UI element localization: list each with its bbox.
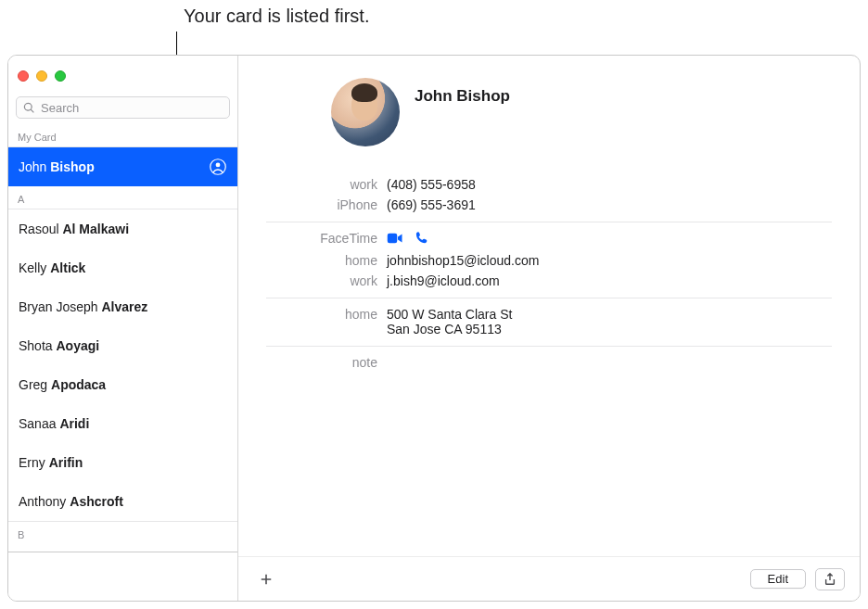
card-details: work (408) 555-6958 iPhone (669) 555-369… [238,156,860,373]
field-value[interactable]: (408) 555-6958 [387,177,476,192]
field-value[interactable]: johnbishop15@icloud.com [387,253,539,268]
close-window-button[interactable] [18,70,29,82]
sidebar: Search My Card John Bishop A Rasoul Al M… [8,56,238,601]
callout-text: Your card is listed first. [184,6,369,27]
search-icon [23,102,35,114]
search-input[interactable]: Search [16,96,230,119]
field-value[interactable]: (669) 555-3691 [387,197,476,212]
contact-name: Rasoul Al Malkawi [19,222,129,236]
right-buttons: Edit [750,568,845,590]
facetime-audio-icon[interactable] [415,231,428,247]
facetime-buttons [387,231,428,247]
field-row-work-phone: work (408) 555-6958 [266,174,832,195]
contact-name: Greg Apodaca [19,377,106,392]
contact-list: John Bishop A Rasoul Al Malkawi Kelly Al… [8,147,237,601]
my-card-row[interactable]: John Bishop [8,147,237,186]
field-label: FaceTime [266,231,387,247]
list-item[interactable]: Bryan Joseph Alvarez [8,287,237,326]
contact-name: Shota Aoyagi [19,338,99,353]
share-button[interactable] [815,568,845,590]
field-value[interactable]: j.bish9@icloud.com [387,273,500,288]
address-line-1: 500 W Santa Clara St [387,307,512,322]
list-item[interactable]: Greg Apodaca [8,365,237,404]
contacts-window: Search My Card John Bishop A Rasoul Al M… [7,55,861,602]
section-my-card: My Card [8,124,237,147]
address-line-2: San Jose CA 95113 [387,322,512,336]
field-row-note: note [266,352,832,373]
list-item[interactable]: Erny Arifin [8,443,237,482]
field-label: note [266,355,387,370]
svg-rect-2 [388,233,398,243]
list-item[interactable]: Shota Aoyagi [8,326,237,365]
contact-name: John Bishop [19,159,95,174]
contact-name: Kelly Altick [19,260,85,275]
avatar[interactable] [331,78,400,146]
card-title: John Bishop [415,78,510,106]
list-item[interactable]: Rasoul Al Malkawi [8,209,237,248]
contact-name: Anthony Ashcroft [19,494,123,509]
search-wrap: Search [8,96,237,124]
section-a: A [8,186,237,209]
edit-button[interactable]: Edit [750,569,806,589]
zoom-window-button[interactable] [55,70,66,82]
share-icon [823,573,836,586]
contact-name: Bryan Joseph Alvarez [19,299,147,314]
minimize-window-button[interactable] [36,70,47,82]
facetime-video-icon[interactable] [387,232,403,247]
field-row-work-email: work j.bish9@icloud.com [266,271,832,298]
field-row-home-email: home johnbishop15@icloud.com [266,250,832,271]
field-label: iPhone [266,197,387,212]
svg-point-1 [216,163,221,168]
plus-icon [260,573,273,586]
field-row-iphone: iPhone (669) 555-3691 [266,195,832,222]
bottom-toolbar: Edit [238,556,860,601]
list-item[interactable]: Anthony Ashcroft [8,482,237,521]
field-row-home-address: home 500 W Santa Clara St San Jose CA 95… [266,304,832,347]
me-card-icon [209,158,227,176]
section-b: B [8,521,237,552]
contact-name: Erny Arifin [19,455,83,470]
card-detail-pane: John Bishop work (408) 555-6958 iPhone (… [238,56,860,601]
field-label: home [266,307,387,336]
field-label: work [266,177,387,192]
search-placeholder: Search [41,101,79,115]
list-item[interactable]: Kelly Altick [8,248,237,287]
window-controls [18,70,66,82]
field-value[interactable]: 500 W Santa Clara St San Jose CA 95113 [387,307,512,336]
contact-name: Sanaa Aridi [19,416,89,431]
field-label: work [266,273,387,288]
list-item[interactable]: Sanaa Aridi [8,404,237,443]
field-row-facetime: FaceTime [266,228,832,250]
add-button[interactable] [253,568,279,590]
titlebar [8,56,237,96]
card-header: John Bishop [238,56,860,156]
field-label: home [266,253,387,268]
